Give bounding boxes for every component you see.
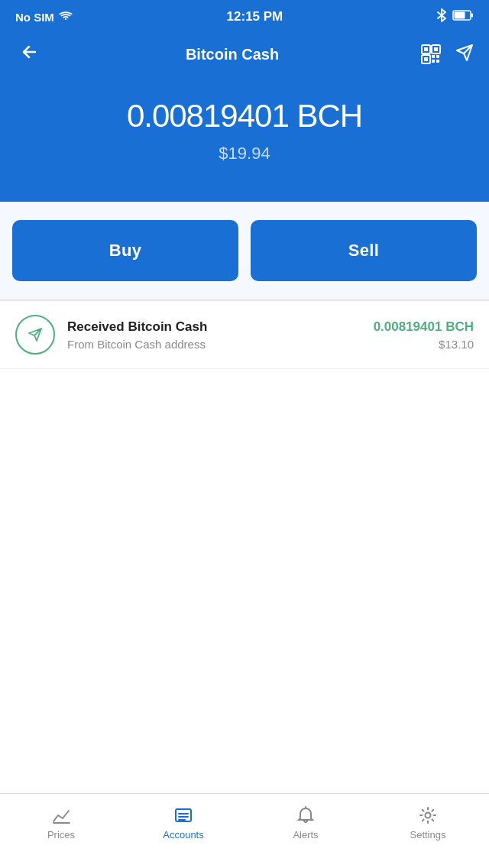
transaction-amounts: 0.00819401 BCH $13.10 (374, 319, 474, 351)
settings-tab-label: Settings (410, 829, 446, 840)
transaction-details: Received Bitcoin Cash From Bitcoin Cash … (67, 319, 374, 351)
svg-rect-6 (434, 47, 438, 51)
bluetooth-icon (437, 8, 446, 25)
carrier-text: No SIM (15, 11, 54, 24)
transaction-subtitle: From Bitcoin Cash address (67, 338, 374, 351)
tab-settings[interactable]: Settings (367, 802, 489, 844)
transaction-receive-icon (27, 326, 44, 343)
crypto-balance: 0.00819401 BCH (15, 98, 474, 134)
accounts-icon (173, 805, 194, 826)
transaction-item[interactable]: Received Bitcoin Cash From Bitcoin Cash … (0, 301, 489, 369)
balance-section: 0.00819401 BCH $19.94 (0, 75, 489, 202)
tab-accounts[interactable]: Accounts (122, 802, 244, 844)
svg-rect-1 (471, 14, 473, 18)
transaction-icon-wrap (15, 315, 55, 355)
sell-button[interactable]: Sell (251, 220, 477, 281)
prices-tab-label: Prices (47, 829, 75, 840)
status-bar: No SIM 12:15 PM (0, 0, 489, 34)
svg-rect-8 (424, 57, 428, 61)
qr-icon[interactable] (420, 44, 442, 65)
page-title: Bitcoin Cash (186, 46, 279, 63)
tab-alerts[interactable]: Alerts (244, 802, 367, 844)
transaction-list: Received Bitcoin Cash From Bitcoin Cash … (0, 300, 489, 369)
buy-button[interactable]: Buy (12, 220, 238, 281)
status-carrier: No SIM (15, 11, 73, 24)
alerts-icon (295, 805, 316, 826)
transaction-crypto-amount: 0.00819401 BCH (374, 319, 474, 335)
svg-rect-12 (436, 60, 439, 63)
svg-rect-10 (436, 55, 439, 58)
back-button[interactable] (15, 38, 44, 70)
fiat-balance: $19.94 (15, 144, 474, 164)
send-icon[interactable] (455, 44, 474, 65)
status-time: 12:15 PM (227, 9, 283, 24)
battery-icon (452, 10, 474, 24)
svg-rect-9 (432, 55, 435, 58)
wifi-icon (59, 11, 73, 24)
status-icons (437, 8, 474, 25)
svg-point-19 (426, 813, 431, 818)
prices-icon (50, 805, 72, 826)
action-buttons: Buy Sell (0, 202, 489, 300)
tab-prices[interactable]: Prices (0, 802, 122, 844)
transaction-fiat-amount: $13.10 (374, 338, 474, 351)
accounts-tab-label: Accounts (163, 829, 203, 840)
svg-rect-2 (454, 12, 465, 19)
svg-rect-4 (424, 47, 428, 51)
header: Bitcoin Cash (0, 34, 489, 75)
svg-rect-11 (432, 60, 435, 63)
settings-icon (417, 805, 439, 826)
alerts-tab-label: Alerts (293, 829, 318, 840)
transaction-title: Received Bitcoin Cash (67, 319, 374, 335)
header-actions (420, 44, 474, 65)
tab-bar: Prices Accounts Alerts (0, 793, 489, 868)
